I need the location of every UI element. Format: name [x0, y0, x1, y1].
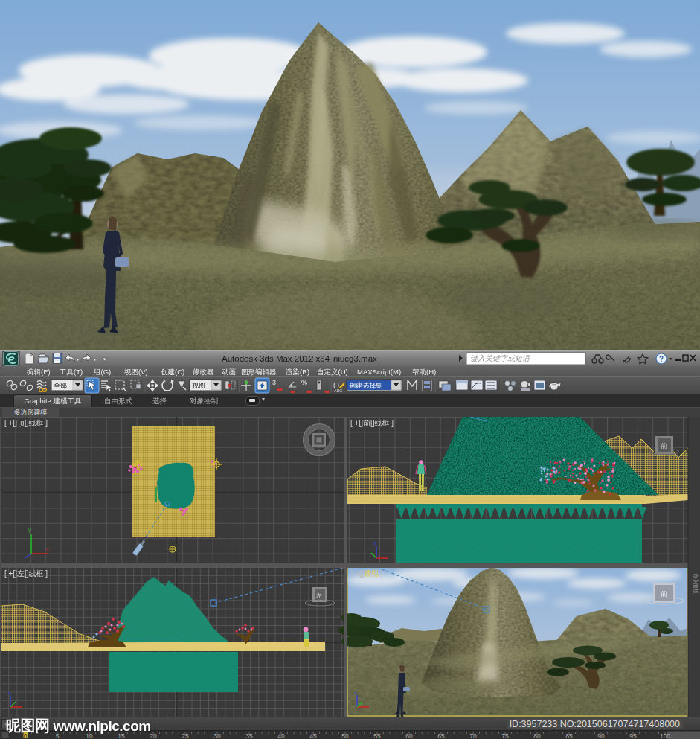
svg-text:70: 70	[469, 732, 477, 739]
svg-text:y: y	[28, 526, 31, 533]
svg-text:90: 90	[597, 732, 605, 739]
svg-text:x: x	[46, 546, 49, 552]
svg-text:3: 3	[272, 379, 276, 386]
svg-text:视图: 视图	[192, 382, 205, 389]
svg-text:95: 95	[629, 732, 637, 739]
svg-text:命令面板: 命令面板	[693, 573, 699, 594]
svg-text:85: 85	[565, 732, 573, 739]
svg-text:全部: 全部	[54, 382, 67, 389]
svg-text:?: ?	[659, 355, 664, 363]
svg-text:左: 左	[316, 592, 322, 599]
svg-text:45: 45	[309, 732, 317, 739]
svg-text:前: 前	[661, 442, 667, 450]
svg-text:100: 100	[660, 732, 670, 739]
svg-text:键入关键字或短语: 键入关键字或短语	[470, 354, 530, 362]
svg-text:25: 25	[182, 732, 189, 739]
svg-text:z: z	[373, 540, 376, 546]
svg-text:75: 75	[501, 732, 509, 739]
svg-text:%: %	[301, 379, 307, 386]
svg-text:Autodesk 3ds Max 2012 x64: Autodesk 3ds Max 2012 x64	[222, 354, 330, 363]
svg-text:创建选择集: 创建选择集	[349, 382, 382, 389]
svg-text:55: 55	[373, 732, 381, 739]
svg-text:前: 前	[661, 590, 667, 598]
svg-text:80: 80	[533, 732, 541, 739]
svg-text:niucg3.max: niucg3.max	[333, 354, 377, 363]
svg-text:z: z	[354, 688, 357, 695]
svg-text:ABC: ABC	[334, 388, 342, 393]
svg-text:60: 60	[405, 732, 413, 739]
svg-text:z: z	[7, 688, 10, 695]
svg-text:50: 50	[341, 732, 349, 739]
svg-text:35: 35	[245, 732, 253, 739]
svg-text:30: 30	[213, 732, 221, 739]
svg-text:65: 65	[437, 732, 445, 739]
svg-text:40: 40	[277, 732, 285, 739]
